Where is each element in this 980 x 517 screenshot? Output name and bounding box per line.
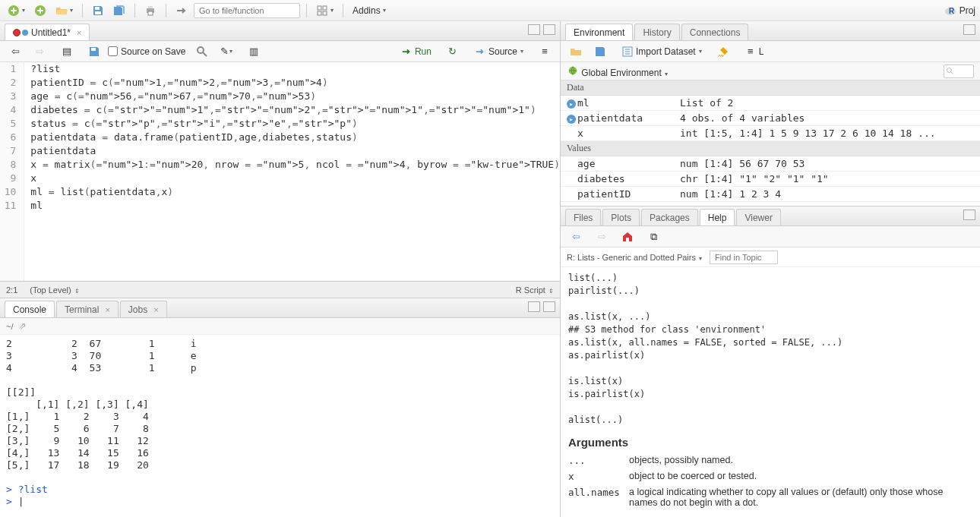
- code-tools-button[interactable]: ✎▾: [216, 43, 237, 60]
- project-menu[interactable]: R Proj: [944, 5, 975, 17]
- notebook-icon: ▥: [248, 46, 260, 58]
- save-workspace-button[interactable]: [590, 43, 611, 60]
- maximize-pane-button[interactable]: [543, 301, 555, 312]
- console-tabs: Console Terminal× Jobs×: [0, 298, 560, 318]
- list-icon: ≡: [744, 46, 757, 58]
- addins-button[interactable]: Addins ▾: [349, 2, 389, 19]
- magnifier-icon: [946, 67, 955, 76]
- floppy-icon: [594, 46, 606, 58]
- svg-rect-10: [323, 11, 327, 15]
- source-file-button[interactable]: Source ▾: [469, 43, 528, 60]
- print-button[interactable]: [141, 2, 160, 19]
- save-source-button[interactable]: [84, 43, 105, 60]
- env-value-row[interactable]: patientIDnum [1:4] 1 2 3 4: [561, 187, 980, 202]
- svg-point-0: [8, 5, 19, 16]
- arrow-left-icon: ⇦: [570, 231, 582, 243]
- svg-rect-4: [147, 8, 154, 13]
- find-in-topic-input[interactable]: [710, 251, 778, 264]
- minimize-pane-button[interactable]: [963, 24, 975, 35]
- env-data-row[interactable]: xint [1:5, 1:4] 1 5 9 13 17 2 6 10 14 18…: [561, 126, 980, 141]
- svg-rect-3: [95, 11, 101, 14]
- console-path-bar: ~/ ⇗: [0, 318, 560, 335]
- minimize-pane-button[interactable]: [528, 301, 540, 312]
- tab-jobs[interactable]: Jobs×: [120, 301, 167, 317]
- close-icon[interactable]: ×: [153, 305, 158, 314]
- scope-selector[interactable]: (Top Level) ⇕: [30, 285, 79, 295]
- tab-history[interactable]: History: [634, 24, 679, 40]
- maximize-pane-button[interactable]: [543, 24, 555, 35]
- save-all-button[interactable]: [110, 2, 128, 19]
- tab-environment[interactable]: Environment: [565, 24, 633, 40]
- help-home-button[interactable]: [617, 229, 638, 245]
- load-workspace-button[interactable]: [565, 43, 586, 60]
- goto-input[interactable]: [194, 3, 300, 18]
- arrow-left-icon: ⇦: [9, 46, 21, 58]
- open-file-button[interactable]: ▾: [52, 2, 76, 19]
- env-data-row[interactable]: ▸patientdata4 obs. of 4 variables: [561, 111, 980, 126]
- goto-button[interactable]: [172, 2, 191, 19]
- outline-button[interactable]: ≡: [534, 43, 555, 60]
- svg-rect-13: [91, 48, 96, 51]
- import-dataset-button[interactable]: Import Dataset ▾: [617, 43, 707, 60]
- minimize-pane-button[interactable]: [528, 24, 540, 35]
- run-button[interactable]: Run: [396, 43, 436, 60]
- lang-selector[interactable]: R Script ⇕: [516, 285, 554, 295]
- plus-circle-icon: [8, 5, 20, 17]
- tab-console[interactable]: Console: [5, 301, 55, 317]
- chevron-down-icon: ▾: [699, 48, 702, 55]
- tab-packages[interactable]: Packages: [641, 209, 698, 225]
- console-pane: Console Terminal× Jobs× ~/ ⇗ 2 2 67 1 i …: [0, 298, 560, 517]
- console-output[interactable]: 2 2 67 1 i 3 3 70 1 e 4 4 53 1 p [[2]] […: [0, 335, 560, 517]
- tab-connections[interactable]: Connections: [681, 24, 749, 40]
- source-on-save-checkbox[interactable]: Source on Save: [108, 46, 185, 57]
- magnifier-icon: [196, 46, 208, 58]
- help-content[interactable]: list(...) pairlist(...) as.list(x, ...) …: [561, 267, 980, 517]
- help-back-button[interactable]: ⇦: [565, 229, 586, 245]
- env-data-row[interactable]: ▸mlList of 2: [561, 96, 980, 111]
- chevron-down-icon: ▾: [520, 48, 523, 55]
- chevron-down-icon: ▾: [665, 71, 668, 77]
- close-icon[interactable]: ×: [77, 28, 81, 37]
- compile-report-button[interactable]: ▥: [243, 43, 264, 60]
- tab-plots[interactable]: Plots: [602, 209, 640, 225]
- expand-icon[interactable]: ▸: [567, 115, 576, 124]
- chevron-down-icon: ▾: [22, 7, 25, 14]
- floppy-icon: [88, 46, 100, 58]
- svg-rect-6: [148, 11, 153, 15]
- save-button[interactable]: [89, 2, 107, 19]
- help-popout-button[interactable]: ⧉: [643, 229, 664, 245]
- expand-icon[interactable]: ▸: [567, 99, 576, 109]
- back-button[interactable]: ⇦: [5, 43, 26, 60]
- svg-point-16: [569, 66, 577, 74]
- find-button[interactable]: [191, 43, 213, 60]
- new-project-button[interactable]: [31, 2, 49, 19]
- tab-files[interactable]: Files: [565, 209, 601, 225]
- env-search-input[interactable]: [944, 65, 974, 78]
- env-scope-selector[interactable]: Global Environment ▾: [567, 65, 668, 78]
- help-breadcrumb[interactable]: R: Lists - Generic and Dotted Pairs ▾: [567, 253, 702, 262]
- clear-workspace-button[interactable]: [713, 43, 734, 60]
- forward-button[interactable]: ⇨: [29, 43, 50, 60]
- minimize-pane-button[interactable]: [963, 210, 975, 220]
- r-file-icon: [22, 30, 28, 36]
- env-value-row[interactable]: diabeteschr [1:4] "1" "2" "1" "1": [561, 172, 980, 187]
- help-forward-button[interactable]: ⇨: [591, 229, 612, 245]
- svg-rect-18: [626, 238, 629, 241]
- svg-rect-5: [148, 6, 153, 8]
- tab-help[interactable]: Help: [700, 209, 735, 225]
- console-path: ~/: [6, 322, 13, 331]
- env-value-row[interactable]: agenum [1:4] 56 67 70 53: [561, 156, 980, 172]
- tab-viewer[interactable]: Viewer: [736, 209, 780, 225]
- list-view-button[interactable]: ≡L: [740, 43, 769, 60]
- close-icon[interactable]: ×: [105, 305, 109, 314]
- new-file-button[interactable]: ▾: [5, 2, 28, 19]
- tab-terminal[interactable]: Terminal×: [56, 301, 119, 317]
- panes-button[interactable]: ▾: [313, 2, 337, 19]
- show-in-new-window-button[interactable]: ▤: [56, 43, 77, 60]
- source-toolbar: ⇦ ⇨ ▤ Source on Save ✎▾ ▥ Run ↻: [0, 41, 560, 62]
- folder-open-icon: [55, 5, 68, 17]
- source-tab-untitled[interactable]: Untitled1* ×: [5, 24, 90, 40]
- import-icon: [621, 46, 634, 58]
- rerun-button[interactable]: ↻: [442, 43, 463, 60]
- source-editor[interactable]: 1234567891011 ?list patientID = c(="num"…: [0, 62, 560, 281]
